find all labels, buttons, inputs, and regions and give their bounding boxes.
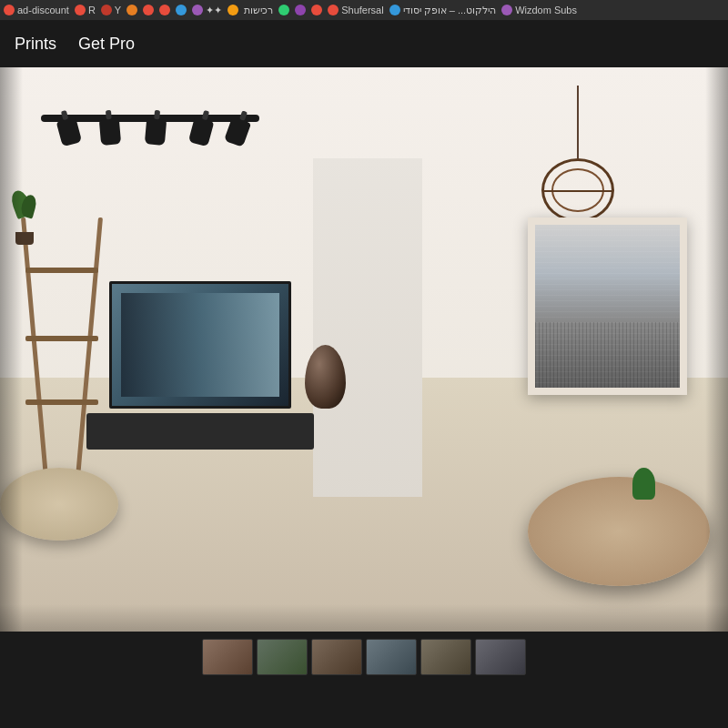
bookmark-icon [75, 5, 86, 15]
decorative-vase [305, 345, 346, 409]
bookmark-icon [4, 5, 15, 15]
pendant-lamp [541, 86, 614, 222]
bookmark-star[interactable] [228, 5, 238, 15]
thumbnail-6[interactable] [475, 639, 526, 675]
shelf-plank-2 [25, 336, 98, 341]
shelf-plank-1 [25, 268, 98, 273]
tv-screen [109, 281, 291, 409]
bookmark-wizdom[interactable]: Wizdom Subs [501, 5, 577, 15]
shelf-pole-left [21, 217, 47, 471]
spotlight-1 [56, 117, 82, 147]
right-shadow [705, 67, 728, 632]
bookmark-circle[interactable] [126, 5, 137, 15]
bookmark-icon [328, 5, 339, 15]
thumbnail-5[interactable] [420, 639, 471, 675]
pendant-cord [577, 86, 579, 158]
bookmark-purple[interactable] [295, 5, 306, 15]
bookmark-shufersal[interactable]: Shufersal [328, 5, 383, 15]
thumbnail-1[interactable] [202, 639, 253, 675]
bookmark-icon [278, 5, 289, 15]
bookmark-r[interactable]: R [75, 5, 96, 15]
thumbnail-4[interactable] [366, 639, 417, 675]
bookmark-icon [501, 5, 512, 15]
bookmark-icon [101, 5, 112, 15]
bookmark-facebook[interactable] [176, 5, 187, 15]
dining-table [528, 477, 710, 586]
bookmark-icon [176, 5, 187, 15]
thumbnail-2[interactable] [257, 639, 308, 675]
nav-get-pro[interactable]: Get Pro [78, 35, 135, 54]
thumbnail-strip [0, 632, 728, 682]
pendant-shade [541, 158, 614, 222]
navbar: Prints Get Pro [0, 20, 728, 67]
bookmarks-bar: ad-discount R Y ✦✦ רכישות Shufersal [0, 0, 728, 20]
bookmark-pinterest[interactable] [143, 5, 154, 15]
thumbnail-3[interactable] [311, 639, 362, 675]
artwork-frame [528, 217, 687, 395]
bookmark-flickr[interactable]: ✦✦ [192, 5, 222, 16]
spotlight-3 [145, 118, 167, 146]
shelf-plank-3 [25, 399, 98, 405]
spotlight-4 [188, 117, 214, 147]
bookmark-icon [159, 5, 170, 15]
bookmark-icon [143, 5, 154, 15]
bookmark-rekishot[interactable]: רכישות [244, 5, 273, 16]
main-image [0, 67, 728, 632]
vase-body [305, 345, 346, 409]
bookmark-y[interactable]: Y [101, 5, 121, 15]
artwork-image [535, 225, 680, 388]
back-hallway [313, 158, 422, 497]
tv-unit [86, 413, 314, 450]
bottom-shadow [0, 604, 728, 632]
bookmark-icon [295, 5, 306, 15]
room-scene [0, 67, 728, 632]
nav-prints[interactable]: Prints [15, 35, 56, 54]
bookmark-icon [126, 5, 137, 15]
spotlight-2 [99, 118, 121, 146]
spotlight-track [41, 115, 259, 122]
table-plant [632, 468, 655, 500]
bookmark-ad-discount[interactable]: ad-discount [4, 5, 69, 15]
bookmark-icon [228, 5, 238, 15]
bookmark-ofek[interactable]: הילקוט... – אופק יסודי [389, 5, 496, 16]
bookmark-green[interactable] [278, 5, 289, 15]
bookmark-icon [389, 5, 400, 15]
left-shadow [0, 67, 23, 632]
bookmark-youtube[interactable] [159, 5, 170, 15]
bookmark-red-dash[interactable] [311, 5, 322, 15]
bookmark-icon [192, 5, 203, 15]
bookmark-icon [311, 5, 322, 15]
spotlight-5 [224, 116, 251, 147]
